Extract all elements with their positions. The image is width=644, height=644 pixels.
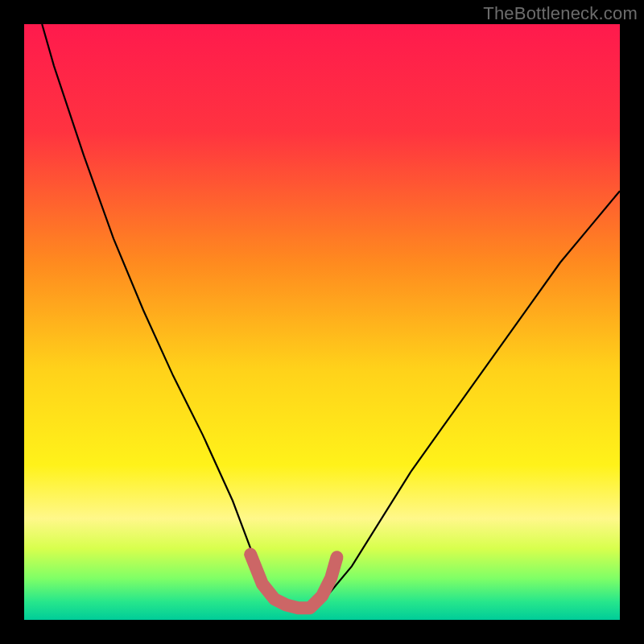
bottleneck-chart [24, 24, 620, 620]
chart-frame: TheBottleneck.com [0, 0, 644, 644]
watermark-text: TheBottleneck.com [483, 3, 638, 24]
gradient-background [24, 24, 620, 620]
